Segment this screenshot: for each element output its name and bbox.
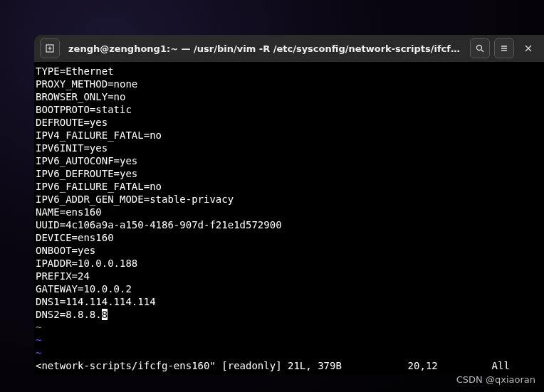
cursor-line: DNS2=8.8.8.8 xyxy=(36,308,543,321)
file-line: GATEWAY=10.0.0.2 xyxy=(36,282,543,295)
empty-line-tilde: ~ xyxy=(36,321,543,334)
file-line: UUID=4c106a9a-a150-4186-907d-f21e1d57290… xyxy=(36,218,543,231)
file-line: IPV6_DEFROUTE=yes xyxy=(36,167,543,180)
cursor: 8 xyxy=(102,309,108,320)
file-line: DNS1=114.114.114.114 xyxy=(36,295,543,308)
file-line: IPV6INIT=yes xyxy=(36,142,543,154)
file-line: PREFIX=24 xyxy=(36,270,543,282)
window-title: zengh@zenghong1:~ — /usr/bin/vim -R /etc… xyxy=(68,43,461,54)
file-line: NAME=ens160 xyxy=(36,206,543,218)
search-button[interactable] xyxy=(470,38,490,58)
file-line: PROXY_METHOD=none xyxy=(36,78,543,90)
file-line: IPV6_ADDR_GEN_MODE=stable-privacy xyxy=(36,193,543,206)
status-gap2 xyxy=(438,360,492,371)
close-button[interactable] xyxy=(518,38,538,58)
search-icon xyxy=(475,43,485,53)
titlebar: zengh@zenghong1:~ — /usr/bin/vim -R /etc… xyxy=(34,35,544,62)
file-line: BROWSER_ONLY=no xyxy=(36,90,543,103)
status-gap1 xyxy=(342,360,408,371)
menu-button[interactable] xyxy=(494,38,514,58)
titlebar-actions xyxy=(470,38,538,58)
file-line: IPADDR=10.0.0.188 xyxy=(36,257,543,270)
file-line: DEVICE=ens160 xyxy=(36,231,543,244)
terminal-window: zengh@zenghong1:~ — /usr/bin/vim -R /etc… xyxy=(34,35,544,375)
empty-line-tilde: ~ xyxy=(36,346,543,359)
close-icon xyxy=(523,43,533,53)
status-position: 20,12 xyxy=(408,360,438,371)
file-line: DEFROUTE=yes xyxy=(36,116,543,129)
file-line: IPV4_FAILURE_FATAL=no xyxy=(36,129,543,142)
file-line: IPV6_AUTOCONF=yes xyxy=(36,154,543,167)
file-line: BOOTPROTO=static xyxy=(36,103,543,116)
file-line: IPV6_FAILURE_FATAL=no xyxy=(36,180,543,193)
file-line: ONBOOT=yes xyxy=(36,244,543,257)
empty-line-tilde: ~ xyxy=(36,334,543,346)
status-file: <network-scripts/ifcfg-ens160" [readonly… xyxy=(36,360,342,371)
svg-line-4 xyxy=(481,50,483,52)
file-line: TYPE=Ethernet xyxy=(36,65,543,78)
cursor-line-before: DNS2=8.8.8. xyxy=(36,309,102,320)
vim-status-line: <network-scripts/ifcfg-ens160" [readonly… xyxy=(36,359,543,372)
svg-point-3 xyxy=(477,46,482,51)
terminal-body[interactable]: TYPE=Ethernet PROXY_METHOD=none BROWSER_… xyxy=(34,62,544,375)
status-scroll: All xyxy=(492,360,510,371)
new-tab-icon xyxy=(45,43,55,53)
watermark: CSDN @qxiaoran xyxy=(456,374,535,385)
hamburger-icon xyxy=(499,43,509,53)
new-tab-button[interactable] xyxy=(40,38,60,58)
